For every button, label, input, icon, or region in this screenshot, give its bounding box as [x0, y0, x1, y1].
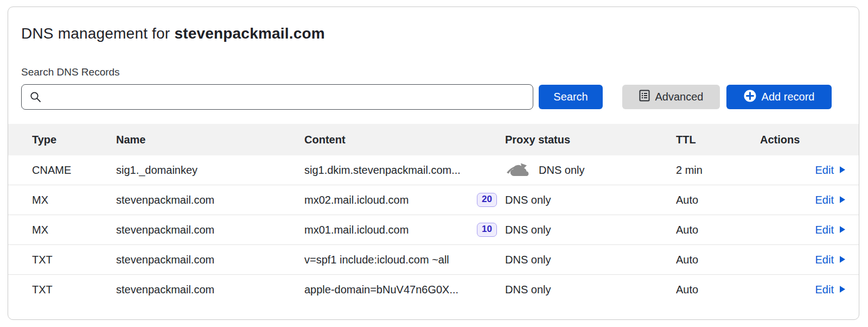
edit-button-label: Edit	[815, 224, 834, 236]
record-ttl: Auto	[676, 284, 755, 296]
record-type: MX	[32, 194, 116, 206]
proxy-status-text: DNS only	[505, 254, 551, 266]
record-content: mx02.mail.icloud.com	[304, 194, 409, 206]
proxy-status-cell: DNS only	[505, 284, 676, 296]
controls-row: Search Advanced	[21, 84, 846, 110]
record-ttl: Auto	[676, 254, 755, 266]
edit-button-label: Edit	[815, 254, 834, 266]
record-content-cell: mx01.mail.icloud.com 10	[304, 223, 505, 237]
record-name: stevenpackmail.com	[116, 284, 304, 296]
chevron-right-icon	[839, 254, 846, 266]
add-record-button-label: Add record	[762, 91, 815, 103]
table-row: MX stevenpackmail.com mx01.mail.icloud.c…	[8, 215, 859, 245]
edit-button[interactable]: Edit	[815, 164, 846, 177]
table-row: MX stevenpackmail.com mx02.mail.icloud.c…	[8, 185, 859, 215]
table-body: CNAME sig1._domainkey sig1.dkim.stevenpa…	[8, 155, 859, 305]
page-title-prefix: DNS management for	[21, 25, 174, 42]
record-content-cell: v=spf1 include:icloud.com ~all	[304, 254, 505, 266]
proxy-status-cell: DNS only	[505, 161, 676, 180]
table-row: TXT stevenpackmail.com apple-domain=bNuV…	[8, 275, 859, 305]
column-header-ttl: TTL	[676, 134, 755, 146]
actions-cell: Edit	[755, 194, 846, 206]
advanced-button-label: Advanced	[655, 91, 704, 103]
record-type: CNAME	[32, 164, 116, 177]
edit-button[interactable]: Edit	[815, 254, 846, 266]
search-button-label: Search	[553, 91, 588, 103]
table-row: CNAME sig1._domainkey sig1.dkim.stevenpa…	[8, 155, 859, 185]
plus-circle-icon	[744, 90, 756, 105]
search-label: Search DNS Records	[21, 66, 859, 78]
proxy-status-text: DNS only	[505, 284, 551, 296]
proxy-status-text: DNS only	[505, 224, 551, 236]
record-content: v=spf1 include:icloud.com ~all	[304, 254, 449, 266]
advanced-list-icon	[639, 90, 650, 104]
chevron-right-icon	[839, 284, 846, 296]
proxy-status-cell: DNS only	[505, 254, 676, 266]
dns-records-table: Type Name Content Proxy status TTL Actio…	[8, 124, 859, 305]
chevron-right-icon	[839, 224, 846, 236]
record-content-cell: apple-domain=bNuV47n6G0X...	[304, 284, 505, 296]
page: DNS management for stevenpackmail.com Se…	[0, 0, 868, 327]
actions-cell: Edit	[755, 224, 846, 236]
record-content-cell: mx02.mail.icloud.com 20	[304, 193, 505, 207]
actions-cell: Edit	[755, 164, 846, 177]
record-ttl: 2 min	[676, 164, 755, 177]
priority-badge: 10	[477, 223, 497, 237]
search-button[interactable]: Search	[539, 85, 603, 109]
advanced-button[interactable]: Advanced	[622, 85, 720, 109]
record-name: sig1._domainkey	[116, 164, 304, 177]
search-input[interactable]	[21, 84, 533, 110]
table-row: TXT stevenpackmail.com v=spf1 include:ic…	[8, 245, 859, 275]
edit-button-label: Edit	[815, 194, 834, 206]
column-header-name: Name	[116, 134, 304, 146]
proxy-status-text: DNS only	[505, 194, 551, 206]
column-header-content: Content	[304, 134, 505, 146]
chevron-right-icon	[839, 164, 846, 177]
column-header-proxy: Proxy status	[505, 134, 676, 146]
edit-button[interactable]: Edit	[815, 284, 846, 296]
dns-only-cloud-icon	[505, 161, 530, 180]
record-content-cell: sig1.dkim.stevenpackmail.com...	[304, 164, 505, 177]
page-title: DNS management for stevenpackmail.com	[21, 25, 859, 42]
proxy-status-cell: DNS only	[505, 224, 676, 236]
actions-cell: Edit	[755, 284, 846, 296]
chevron-right-icon	[839, 194, 846, 206]
dns-management-card: DNS management for stevenpackmail.com Se…	[8, 7, 859, 320]
record-type: TXT	[32, 254, 116, 266]
priority-badge: 20	[477, 193, 497, 207]
record-type: MX	[32, 224, 116, 236]
proxy-status-text: DNS only	[539, 164, 584, 177]
record-type: TXT	[32, 284, 116, 296]
search-box	[21, 84, 533, 110]
column-header-type: Type	[32, 134, 116, 146]
edit-button[interactable]: Edit	[815, 224, 846, 236]
edit-button-label: Edit	[815, 284, 834, 296]
actions-cell: Edit	[755, 254, 846, 266]
column-header-actions: Actions	[755, 134, 846, 146]
table-header-row: Type Name Content Proxy status TTL Actio…	[8, 124, 859, 155]
record-name: stevenpackmail.com	[116, 224, 304, 236]
record-ttl: Auto	[676, 224, 755, 236]
record-content: apple-domain=bNuV47n6G0X...	[304, 284, 458, 296]
record-content: mx01.mail.icloud.com	[304, 224, 409, 236]
edit-button-label: Edit	[815, 164, 834, 177]
add-record-button[interactable]: Add record	[726, 85, 832, 109]
record-name: stevenpackmail.com	[116, 194, 304, 206]
record-content: sig1.dkim.stevenpackmail.com...	[304, 164, 461, 177]
page-title-domain: stevenpackmail.com	[174, 25, 325, 42]
edit-button[interactable]: Edit	[815, 194, 846, 206]
record-ttl: Auto	[676, 194, 755, 206]
record-name: stevenpackmail.com	[116, 254, 304, 266]
proxy-status-cell: DNS only	[505, 194, 676, 206]
